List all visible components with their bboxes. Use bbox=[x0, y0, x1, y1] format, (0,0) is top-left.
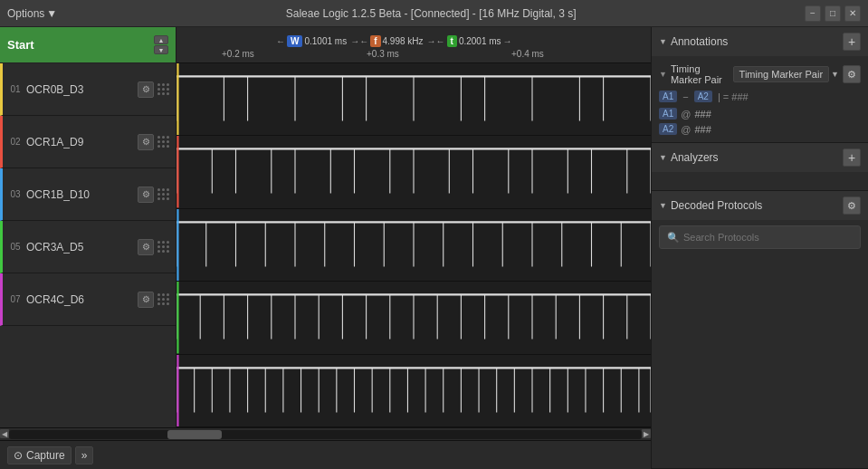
scroll-track bbox=[9, 430, 642, 439]
decoded-protocols-gear-button[interactable]: ⚙ bbox=[843, 196, 861, 215]
search-icon: 🔍 bbox=[667, 232, 680, 244]
width-value: 0.1001 ms bbox=[304, 36, 347, 46]
analyzers-content bbox=[652, 172, 868, 190]
channel-drag-handle[interactable] bbox=[157, 136, 170, 148]
bottom-bar: ⊙ Capture » bbox=[0, 440, 651, 469]
start-button[interactable]: Start bbox=[7, 38, 34, 52]
annotations-header[interactable]: ▼ Annotations + bbox=[652, 27, 868, 56]
freq-value: 4.998 kHz bbox=[383, 36, 424, 46]
channel-drag-handle[interactable] bbox=[157, 83, 170, 96]
analyzers-title: Analyzers bbox=[671, 151, 719, 164]
a2-at-label: @ bbox=[681, 124, 691, 135]
formula-eq: | = ### bbox=[718, 91, 749, 102]
formula-sep: − bbox=[682, 91, 688, 102]
capture-icon: ⊙ bbox=[14, 449, 23, 462]
maximize-button[interactable]: □ bbox=[825, 5, 841, 22]
channel-drag-handle[interactable] bbox=[157, 293, 170, 306]
analyzers-collapse-icon: ▼ bbox=[659, 153, 667, 162]
waveform-row-0 bbox=[176, 63, 651, 136]
scroll-down-button[interactable]: ▼ bbox=[154, 45, 168, 54]
horizontal-scrollbar[interactable]: ◀ ▶ bbox=[0, 427, 651, 440]
scroll-left-button[interactable]: ◀ bbox=[0, 429, 9, 438]
timing-marker-dropdown[interactable]: Timing Marker Pair ▼ bbox=[733, 66, 839, 82]
a1-value: ### bbox=[694, 109, 711, 120]
channel-row-ocr4c_d6: 07 OCR4C_D6 ⚙ bbox=[0, 273, 176, 326]
channel-row-ocr1a_d9: 02 OCR1A_D9 ⚙ bbox=[0, 116, 176, 168]
a2-row: A2 @ ### bbox=[659, 121, 861, 137]
options-menu[interactable]: Options ▼ bbox=[7, 7, 57, 20]
period-badge: t bbox=[447, 35, 457, 47]
scroll-up-button[interactable]: ▲ bbox=[154, 35, 168, 44]
channel-drag-handle[interactable] bbox=[157, 188, 170, 201]
waveform-row-3 bbox=[176, 282, 651, 354]
waveform-row-4 bbox=[176, 355, 651, 427]
waveform-row-2 bbox=[176, 209, 651, 282]
annotations-content: ▼ Timing Marker Pair Timing Marker Pair … bbox=[652, 56, 868, 142]
channel-num: 05 bbox=[8, 242, 23, 252]
scroll-right-button[interactable]: ▶ bbox=[642, 429, 651, 438]
channel-row-ocr0b_d3: 01 OCR0B_D3 ⚙ bbox=[0, 63, 176, 116]
channel-num: 03 bbox=[8, 189, 23, 199]
analyzers-header[interactable]: ▼ Analyzers + bbox=[652, 143, 868, 172]
channel-name: OCR1B_D10 bbox=[26, 188, 134, 201]
annotations-header-left: ▼ Annotations bbox=[659, 35, 728, 48]
measurement-bar: ← W 0.1001 ms →← f 4.998 kHz →← t 0.2001… bbox=[276, 31, 633, 51]
decoded-protocols-content: 🔍 bbox=[652, 220, 868, 254]
channel-settings-icon[interactable]: ⚙ bbox=[138, 134, 154, 150]
minimize-button[interactable]: − bbox=[805, 5, 821, 22]
waveform-row-1 bbox=[176, 136, 651, 208]
freq-badge: f bbox=[370, 35, 380, 47]
analyzers-add-button[interactable]: + bbox=[843, 148, 861, 167]
decoded-protocols-header[interactable]: ▼ Decoded Protocols ⚙ bbox=[652, 191, 868, 220]
time-label: +0.2 ms bbox=[222, 49, 254, 59]
window-controls: − □ ✕ bbox=[805, 5, 861, 22]
formula-badge-a2: A2 bbox=[694, 91, 712, 102]
capture-label: Capture bbox=[26, 449, 65, 462]
more-chevron-icon: » bbox=[81, 449, 88, 462]
capture-button[interactable]: ⊙ Capture bbox=[7, 446, 72, 464]
channel-name: OCR4C_D6 bbox=[26, 293, 134, 306]
channel-header[interactable]: Start ▲ ▼ bbox=[0, 27, 176, 63]
a2-value: ### bbox=[694, 124, 711, 135]
main-layout: Start ▲ ▼ 01 OCR0B_D3 ⚙ 02 OCR1A_D9 ⚙ 03… bbox=[0, 27, 868, 469]
timing-marker-gear-button[interactable]: ⚙ bbox=[843, 65, 861, 83]
a1-at-label: @ bbox=[681, 109, 691, 120]
scroll-thumb[interactable] bbox=[167, 430, 222, 439]
title-bar: Options ▼ Saleae Logic 1.2.5 Beta - [Con… bbox=[0, 0, 868, 27]
scroll-arrows: ▲ ▼ bbox=[154, 35, 168, 54]
search-protocols-box[interactable]: 🔍 bbox=[659, 225, 861, 249]
right-panel: ▼ Annotations + ▼ Timing Marker Pair Tim… bbox=[651, 27, 868, 469]
more-button[interactable]: » bbox=[75, 446, 94, 464]
annotations-add-button[interactable]: + bbox=[843, 33, 861, 51]
close-button[interactable]: ✕ bbox=[844, 5, 861, 22]
annotations-formula: A1 − A2 | = ### bbox=[659, 87, 861, 106]
analyzers-header-left: ▼ Analyzers bbox=[659, 151, 719, 164]
channel-settings-icon[interactable]: ⚙ bbox=[138, 187, 154, 203]
decoded-protocols-title: Decoded Protocols bbox=[671, 199, 762, 212]
channel-name: OCR0B_D3 bbox=[26, 83, 134, 96]
channel-drag-handle[interactable] bbox=[157, 241, 170, 254]
width-badge: W bbox=[287, 35, 302, 47]
channel-rows: 01 OCR0B_D3 ⚙ 02 OCR1A_D9 ⚙ 03 OCR1B_D10… bbox=[0, 63, 176, 326]
channel-settings-icon[interactable]: ⚙ bbox=[138, 81, 154, 98]
channel-settings-icon[interactable]: ⚙ bbox=[138, 292, 154, 308]
waveform-display: +0.2 ms+0.3 ms+0.4 ms+0.5 ms ← W 0.1001 … bbox=[176, 27, 651, 427]
a2-badge: A2 bbox=[659, 123, 677, 135]
formula-badge: A1 bbox=[659, 91, 677, 102]
decoded-protocols-collapse-icon: ▼ bbox=[659, 201, 667, 210]
waveform-area: Start ▲ ▼ 01 OCR0B_D3 ⚙ 02 OCR1A_D9 ⚙ 03… bbox=[0, 27, 651, 427]
dropdown-arrow-icon: ▼ bbox=[831, 70, 839, 79]
triangle-small-icon: ▼ bbox=[659, 70, 667, 79]
channel-num: 07 bbox=[8, 294, 23, 304]
timing-marker-label: Timing Marker Pair bbox=[671, 63, 730, 85]
a1-badge: A1 bbox=[659, 108, 677, 120]
window-title: Saleae Logic 1.2.5 Beta - [Connected] - … bbox=[57, 7, 805, 20]
period-value: 0.2001 ms bbox=[459, 36, 501, 46]
analyzers-section: ▼ Analyzers + bbox=[652, 143, 868, 191]
annotations-section: ▼ Annotations + ▼ Timing Marker Pair Tim… bbox=[652, 27, 868, 143]
channel-row-ocr3a_d5: 05 OCR3A_D5 ⚙ bbox=[0, 221, 176, 273]
channel-settings-icon[interactable]: ⚙ bbox=[138, 239, 154, 255]
search-protocols-input[interactable] bbox=[683, 232, 853, 243]
decoded-protocols-section: ▼ Decoded Protocols ⚙ 🔍 bbox=[652, 191, 868, 469]
channel-num: 01 bbox=[8, 84, 23, 94]
